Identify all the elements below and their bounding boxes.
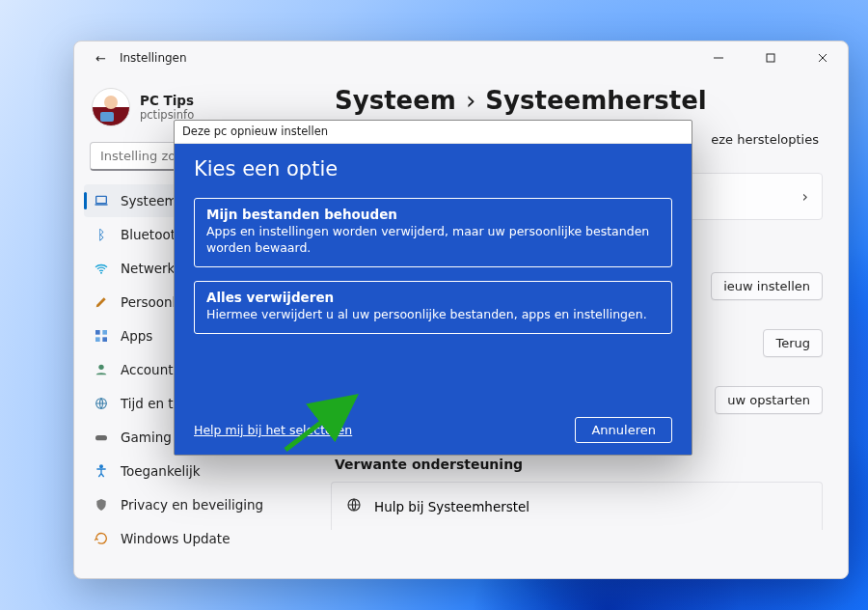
titlebar: ← Instellingen [74,42,848,74]
dialog-heading: Kies een optie [194,157,672,180]
option-desc: Apps en instellingen worden verwijderd, … [206,224,660,257]
svg-rect-7 [102,337,107,342]
dialog-title: Deze pc opnieuw instellen [175,121,692,144]
wifi-icon [94,261,109,276]
sidebar-item-label: Toegankelijk [121,463,201,479]
page-title: Systeemherstel [485,86,706,115]
gamepad-icon [94,430,109,445]
globe-icon [94,396,109,411]
reset-pc-button[interactable]: ieuw instellen [711,272,823,300]
bluetooth-icon: ᛒ [94,227,109,242]
svg-rect-6 [95,337,100,342]
web-icon [345,496,363,516]
option-title: Mijn bestanden behouden [206,207,660,222]
reset-pc-dialog: Deze pc opnieuw instellen Kies een optie… [174,120,692,456]
section-title: Verwante ondersteuning [335,457,823,472]
svg-point-11 [100,465,103,468]
laptop-icon [94,193,109,208]
breadcrumb-parent[interactable]: Systeem [335,86,456,115]
svg-rect-0 [767,54,774,62]
svg-rect-5 [102,330,107,335]
hint-text: eze herstelopties [711,132,819,147]
person-icon [94,362,109,377]
option-keep-files[interactable]: Mijn bestanden behouden Apps en instelli… [194,198,672,267]
update-icon [94,531,109,546]
shield-icon [94,497,109,513]
sidebar-item-label: Accounts [121,362,180,377]
option-desc: Hiermee verwijdert u al uw persoonlijke … [206,307,660,323]
breadcrumb: Systeem › Systeemherstel [335,86,823,115]
sidebar-item-label: Apps [121,328,152,344]
sidebar-item-label: Privacy en beveiliging [121,497,263,513]
sidebar-item-label: Windows Update [121,531,230,546]
help-card[interactable]: Hulp bij Systeemherstel [331,482,823,530]
sidebar-item-privacy[interactable]: Privacy en beveiliging [84,488,312,521]
svg-rect-1 [96,196,107,203]
help-link[interactable]: Help mij bij het selecteren [194,423,352,437]
profile-name: PC Tips [140,93,194,108]
close-button[interactable] [801,43,844,72]
window-title: Instellingen [120,51,187,65]
restart-now-button[interactable]: uw opstarten [715,386,823,414]
back-button[interactable]: ← [92,49,110,68]
apps-icon [94,328,109,344]
svg-rect-10 [95,435,107,440]
accessibility-icon [94,463,109,479]
chevron-right-icon: › [466,86,475,115]
brush-icon [94,294,109,310]
svg-point-3 [100,272,102,274]
sidebar-item-update[interactable]: Windows Update [84,522,312,555]
help-label: Hulp bij Systeemherstel [374,499,529,514]
sidebar-item-accessibility[interactable]: Toegankelijk [84,455,312,487]
minimize-button[interactable] [697,43,740,72]
cancel-button[interactable]: Annuleren [575,417,672,443]
chevron-right-icon: › [802,187,808,206]
maximize-button[interactable] [749,43,792,72]
avatar [92,88,130,126]
sidebar-item-label: Systeem [121,193,177,208]
go-back-button[interactable]: Terug [763,329,823,357]
svg-rect-4 [95,330,100,335]
svg-point-8 [98,365,103,370]
svg-rect-2 [95,204,107,205]
option-remove-everything[interactable]: Alles verwijderen Hiermee verwijdert u a… [194,281,672,334]
option-title: Alles verwijderen [206,290,660,305]
sidebar-item-label: Gaming [121,430,172,445]
